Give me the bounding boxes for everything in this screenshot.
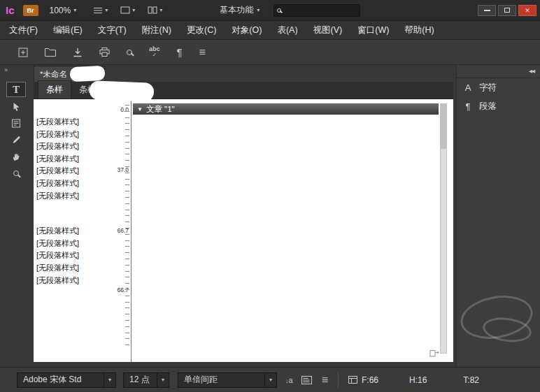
collapse-story-icon[interactable]: ▼ (137, 106, 143, 112)
toolbar-menu-button[interactable]: ≡ (199, 46, 206, 59)
print-button[interactable] (99, 48, 110, 57)
type-tool-icon: T (13, 84, 20, 96)
story-title: 文章 "1" (146, 104, 175, 115)
baseline-shift-button[interactable]: ↓ a (285, 376, 293, 384)
arrange-documents-icon (148, 6, 157, 14)
column-divider (131, 99, 132, 362)
spell-check-button[interactable]: abc ✓ (149, 46, 160, 58)
vertical-scrollbar[interactable] (440, 103, 447, 354)
paragraph-style-label: [无段落样式] (35, 275, 112, 287)
save-button[interactable] (73, 48, 83, 57)
zoom-dropdown[interactable]: 100% ▾ (50, 6, 77, 15)
hamburger-icon: ≡ (322, 374, 328, 386)
minimize-icon (484, 10, 490, 11)
document-tab-title: *未命名 (40, 69, 67, 80)
application-toolbar: abc ✓ ¶ ≡ (0, 40, 540, 65)
hand-tool[interactable] (6, 149, 26, 164)
dock-header: ◀◀ (457, 65, 540, 78)
collapse-tools-icon[interactable]: » (4, 66, 7, 73)
search-box[interactable] (273, 4, 360, 17)
eyedropper-tool[interactable] (6, 132, 26, 147)
search-icon (127, 50, 132, 55)
chevron-down-icon: ▾ (132, 7, 135, 13)
paragraph-style-label: [无段落样式] (35, 116, 112, 129)
screen-mode-dropdown[interactable]: ▾ (120, 6, 135, 14)
find-button[interactable] (127, 50, 132, 55)
search-input[interactable] (284, 6, 357, 15)
folder-icon (45, 48, 56, 57)
menu-view[interactable]: 视图(V) (306, 21, 350, 39)
font-size-select[interactable]: 12 点 ▾ (123, 372, 169, 388)
chevron-down-icon: ▾ (257, 7, 260, 13)
maximize-icon (504, 8, 510, 13)
workspace-switcher[interactable]: 基本功能 ▾ (220, 4, 260, 16)
spell-check-icon: abc ✓ (149, 46, 160, 58)
paragraph-style-label: [无段落样式] (35, 249, 112, 262)
menu-changes[interactable]: 更改(C) (179, 21, 224, 39)
depth-ruler-ticks (125, 105, 129, 351)
eraser-artifact (69, 66, 105, 82)
show-hidden-characters-button[interactable]: ¶ (177, 46, 183, 58)
count-f: F:66 (362, 375, 378, 385)
menu-file[interactable]: 文件(F) (1, 21, 45, 39)
menu-edit[interactable]: 编辑(E) (45, 21, 90, 39)
expand-panels-icon[interactable]: ◀◀ (529, 68, 534, 74)
search-icon (277, 8, 281, 13)
window-controls: ✕ (478, 5, 537, 16)
font-size-value: 12 点 (124, 373, 157, 387)
position-tool-icon (13, 102, 20, 111)
tab-galley[interactable]: 条样 (38, 80, 71, 99)
menu-type[interactable]: 文字(T) (90, 21, 134, 39)
leading-value: 单倍间距 (178, 373, 264, 387)
menu-object[interactable]: 对象(O) (224, 21, 269, 39)
close-icon: ✕ (525, 7, 530, 14)
paragraph-style-label: [无段落样式] (35, 262, 112, 275)
paragraph-style-label: [无段落样式] (35, 238, 112, 250)
workspace-label: 基本功能 (220, 4, 253, 16)
leading-select[interactable]: 单倍间距 ▾ (178, 372, 277, 388)
eyedropper-icon (12, 136, 20, 144)
panel-character[interactable]: A 字符 (457, 78, 540, 97)
font-family-select[interactable]: Adobe 宋体 Std ▾ (17, 372, 116, 388)
info-column-icon (301, 376, 312, 384)
title-bar: Ic Br 100% ▾ ▾ ▾ ▾ 基本功能 ▾ ✕ (0, 0, 540, 21)
galley-area: [无段落样式] [无段落样式] [无段落样式] [无段落样式] [无段落样式] … (34, 99, 453, 362)
menu-bar: 文件(F) 编辑(E) 文字(T) 附注(N) 更改(C) 对象(O) 表(A)… (0, 21, 540, 40)
story-header-bar[interactable]: ▼ 文章 "1" (133, 103, 439, 115)
paragraph-style-label: [无段落样式] (35, 153, 112, 166)
zoom-value: 100% (50, 6, 71, 15)
zoom-tool-icon (13, 170, 19, 176)
save-icon (73, 48, 83, 57)
minimize-button[interactable] (478, 5, 496, 16)
menu-help[interactable]: 帮助(H) (397, 21, 441, 39)
view-options-icon (93, 7, 103, 14)
info-column-toggle[interactable] (301, 376, 312, 384)
paragraph-style-label: [无段落样式] (35, 165, 112, 177)
type-tool[interactable]: T (6, 82, 26, 97)
menu-table[interactable]: 表(A) (269, 21, 305, 39)
view-options-dropdown[interactable]: ▾ (93, 7, 108, 14)
count-h: H:16 (409, 375, 427, 385)
menu-window[interactable]: 窗口(W) (350, 21, 397, 39)
statusbar-menu-button[interactable]: ≡ (322, 374, 328, 386)
new-document-icon (18, 48, 28, 57)
note-tool[interactable] (6, 115, 26, 131)
bridge-button[interactable]: Br (23, 5, 38, 16)
zoom-tool[interactable] (6, 166, 26, 181)
position-tool[interactable] (6, 99, 26, 114)
open-button[interactable] (45, 48, 56, 57)
tools-panel: » T (0, 65, 32, 367)
tools-list: T (0, 82, 32, 182)
page-jump-icon (429, 349, 439, 357)
panel-paragraph[interactable]: ¶ 段落 (457, 97, 540, 116)
maximize-button[interactable] (498, 5, 516, 16)
scrollbar-thumb[interactable] (441, 104, 446, 149)
new-document-button[interactable] (18, 48, 28, 57)
menu-notes[interactable]: 附注(N) (134, 21, 179, 39)
page-jump-button[interactable] (429, 349, 439, 359)
count-t: T:82 (463, 375, 479, 385)
count-grid-icon (348, 376, 357, 384)
close-button[interactable]: ✕ (518, 5, 537, 16)
arrange-documents-dropdown[interactable]: ▾ (148, 6, 162, 14)
panel-paragraph-label: 段落 (479, 101, 497, 112)
